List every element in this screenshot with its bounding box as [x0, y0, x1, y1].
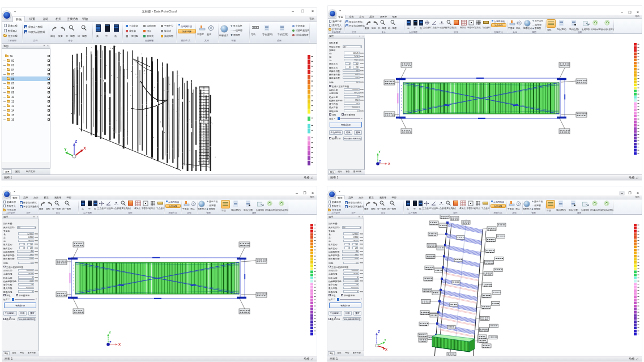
- svg-text:Y: Y: [378, 150, 381, 154]
- svg-text:Y: Y: [64, 147, 67, 151]
- svg-text:Z: Z: [378, 330, 380, 334]
- svg-text:Z: Z: [379, 160, 381, 163]
- svg-text:X: X: [388, 162, 390, 165]
- svg-text:Z: Z: [75, 139, 78, 143]
- svg-text:X: X: [385, 348, 387, 351]
- svg-text:X: X: [83, 146, 86, 150]
- svg-text:Y: Y: [109, 331, 111, 334]
- svg-text:Z: Z: [109, 340, 112, 344]
- svg-text:Y: Y: [384, 338, 386, 342]
- svg-text:X: X: [118, 343, 121, 346]
